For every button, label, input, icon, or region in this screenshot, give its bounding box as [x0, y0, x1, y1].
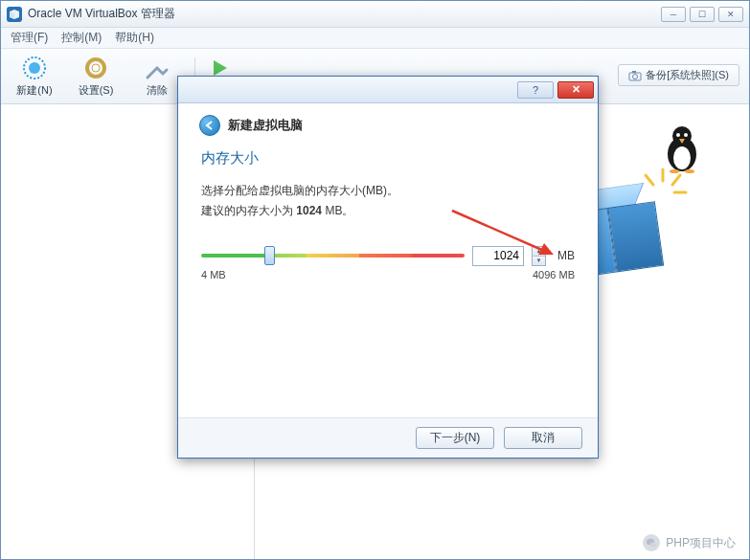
virtualbox-manager-window: Oracle VM VirtualBox 管理器 ─ ☐ ✕ 管理(F) 控制(… — [0, 0, 750, 560]
create-vm-dialog: ? ✕ 新建虚拟电脑 内存大小 选择分配给虚拟电脑的内存大小(MB)。 建议的内… — [177, 76, 599, 459]
menu-bar: 管理(F) 控制(M) 帮助(H) — [1, 28, 749, 49]
slider-min-label: 4 MB — [201, 269, 226, 280]
spin-down[interactable]: ▼ — [533, 257, 545, 265]
svg-point-21 — [685, 169, 694, 173]
svg-line-13 — [646, 175, 653, 185]
recommend-suffix: MB。 — [322, 204, 353, 217]
cancel-button[interactable]: 取消 — [504, 427, 582, 449]
maximize-button[interactable]: ☐ — [690, 7, 715, 22]
watermark-text: PHP项目中心 — [666, 535, 736, 551]
toolbar-clear-label: 清除 — [147, 83, 168, 98]
svg-rect-9 — [632, 71, 636, 73]
dialog-help-button[interactable]: ? — [517, 81, 554, 99]
memory-recommendation: 建议的内存大小为 1024 MB。 — [201, 203, 575, 219]
toolbar-settings-label: 设置(S) — [79, 83, 114, 98]
wechat-icon — [643, 534, 660, 551]
memory-description: 选择分配给虚拟电脑的内存大小(MB)。 — [201, 183, 575, 199]
snapshot-label: 备份[系统快照](S) — [646, 68, 729, 82]
next-button[interactable]: 下一步(N) — [416, 427, 494, 449]
svg-point-8 — [633, 74, 638, 78]
minimize-button[interactable]: ─ — [661, 7, 686, 22]
clear-icon — [144, 55, 170, 81]
camera-icon — [628, 69, 642, 82]
svg-marker-6 — [214, 60, 227, 76]
svg-line-11 — [672, 175, 680, 185]
dialog-header: 新建虚拟电脑 — [228, 117, 303, 134]
window-titlebar: Oracle VM VirtualBox 管理器 ─ ☐ ✕ — [1, 1, 749, 28]
svg-point-25 — [650, 543, 656, 548]
memory-spinner[interactable]: ▲ ▼ — [532, 246, 546, 266]
svg-point-5 — [92, 64, 100, 72]
slider-thumb[interactable] — [264, 246, 275, 265]
svg-point-18 — [684, 133, 688, 137]
snapshot-button[interactable]: 备份[系统快照](S) — [618, 64, 739, 86]
dialog-close-button[interactable]: ✕ — [557, 81, 594, 99]
svg-point-17 — [676, 133, 680, 137]
toolbar-new[interactable]: 新建(N) — [7, 51, 62, 101]
memory-section-title: 内存大小 — [201, 149, 575, 168]
menu-manage[interactable]: 管理(F) — [11, 30, 48, 46]
arrow-left-icon — [204, 120, 216, 131]
recommend-value: 1024 — [296, 204, 322, 217]
window-title: Oracle VM VirtualBox 管理器 — [28, 6, 175, 22]
dialog-titlebar: ? ✕ — [178, 77, 598, 103]
memory-value-input[interactable] — [472, 246, 524, 266]
svg-point-20 — [670, 169, 679, 173]
virtualbox-app-icon — [7, 7, 22, 22]
close-button[interactable]: ✕ — [718, 7, 743, 22]
dialog-footer: 下一步(N) 取消 — [178, 417, 598, 458]
svg-point-3 — [29, 62, 40, 74]
recommend-prefix: 建议的内存大小为 — [201, 204, 296, 217]
penguin-icon — [661, 123, 703, 173]
spin-up[interactable]: ▲ — [533, 247, 545, 257]
memory-slider[interactable] — [201, 244, 465, 267]
dialog-back-button[interactable] — [199, 115, 220, 136]
menu-help[interactable]: 帮助(H) — [115, 30, 154, 46]
new-icon — [21, 55, 48, 81]
watermark: PHP项目中心 — [643, 534, 736, 551]
toolbar-new-label: 新建(N) — [16, 83, 52, 98]
toolbar-settings[interactable]: 设置(S) — [68, 51, 124, 101]
svg-point-15 — [673, 146, 691, 169]
gear-icon — [82, 55, 109, 81]
memory-unit: MB — [557, 249, 575, 262]
menu-control[interactable]: 控制(M) — [61, 30, 102, 46]
slider-max-label: 4096 MB — [533, 269, 575, 280]
